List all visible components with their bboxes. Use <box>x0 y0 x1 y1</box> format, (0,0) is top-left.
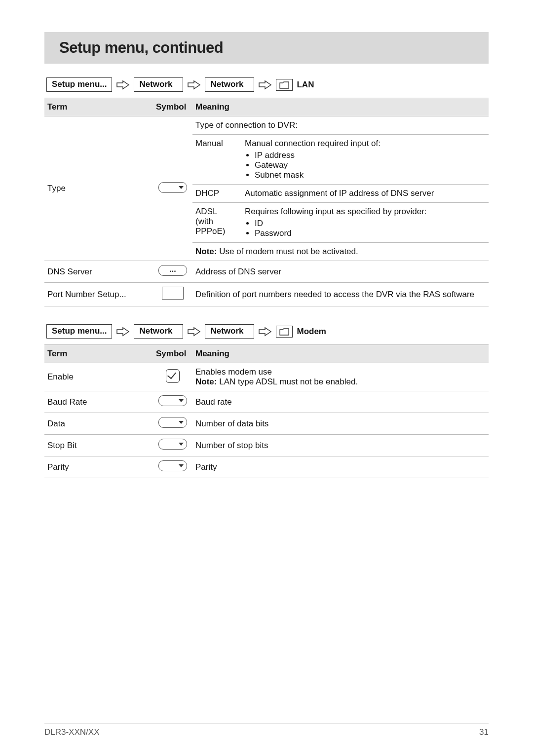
meaning-data: Number of data bits <box>192 413 489 435</box>
type-adsl-label: ADSL (with PPPoE) <box>195 207 235 236</box>
enable-line1: Enables modem use <box>195 367 486 377</box>
note-label: Note: <box>195 377 217 386</box>
arrow-right-icon <box>116 327 130 337</box>
arrow-right-icon <box>116 80 130 90</box>
list-item: Password <box>255 228 427 238</box>
dropdown-icon <box>158 439 187 450</box>
breadcrumb-leaf-label: Modem <box>297 327 326 337</box>
list-item: Subnet mask <box>255 170 381 180</box>
arrow-right-icon <box>187 80 201 90</box>
term-dns: DNS Server <box>44 261 153 283</box>
col-meaning: Meaning <box>192 98 489 116</box>
page-title: Setup menu, continued <box>59 39 479 57</box>
type-adsl-text: Requires following input as specified by… <box>245 207 427 216</box>
dropdown-icon <box>158 182 187 193</box>
symbol-dropdown <box>153 391 192 413</box>
col-term: Term <box>44 345 153 363</box>
term-data: Data <box>44 413 153 435</box>
type-dhcp-text: Automatic assignment of IP address of DN… <box>245 189 434 198</box>
arrow-right-icon <box>187 327 201 337</box>
lan-table: Term Symbol Meaning Type Type of connect… <box>44 98 489 306</box>
symbol-dropdown <box>153 413 192 435</box>
type-manual-text: Manual connection required input of: <box>245 139 381 148</box>
term-parity: Parity <box>44 456 153 478</box>
breadcrumb-step-network-tab: Network <box>205 324 254 339</box>
type-dhcp-label: DHCP <box>195 189 235 198</box>
breadcrumb-leaf-lan: LAN <box>276 79 314 91</box>
symbol-ellipsis <box>153 261 192 283</box>
meaning-stop: Number of stop bits <box>192 435 489 456</box>
term-type: Type <box>44 116 153 261</box>
note-text: Use of modem must not be activated. <box>217 247 358 256</box>
term-port: Port Number Setup... <box>44 283 153 306</box>
term-stop: Stop Bit <box>44 435 153 456</box>
term-enable: Enable <box>44 363 153 391</box>
meaning-parity: Parity <box>192 456 489 478</box>
symbol-dropdown <box>153 116 192 261</box>
arrow-right-icon <box>258 327 272 337</box>
meaning-baud: Baud rate <box>192 391 489 413</box>
dropdown-icon <box>158 417 187 428</box>
list-item: ID <box>255 219 427 228</box>
note-text: LAN type ADSL must not be enabled. <box>217 377 358 386</box>
symbol-rect <box>153 283 192 306</box>
modem-table: Term Symbol Meaning Enable Enables modem… <box>44 345 489 478</box>
type-intro: Type of connection to DVR: <box>192 116 489 135</box>
list-item: Gateway <box>255 160 381 170</box>
breadcrumb-lan: Setup menu... Network Network LAN <box>44 77 489 98</box>
col-term: Term <box>44 98 153 116</box>
type-dhcp: DHCP Automatic assignment of IP address … <box>192 185 489 203</box>
page-title-bar: Setup menu, continued <box>44 32 489 64</box>
list-item: IP address <box>255 151 381 160</box>
page-footer: DLR3-XXN/XX 31 <box>44 723 489 737</box>
breadcrumb-leaf-label: LAN <box>297 80 314 90</box>
breadcrumb-step-network: Network <box>134 77 183 92</box>
term-baud: Baud Rate <box>44 391 153 413</box>
symbol-checkbox <box>153 363 192 391</box>
symbol-dropdown <box>153 456 192 478</box>
dropdown-icon <box>158 460 187 471</box>
meaning-dns: Address of DNS server <box>192 261 489 283</box>
col-symbol: Symbol <box>153 98 192 116</box>
type-adsl: ADSL (with PPPoE) Requires following inp… <box>192 203 489 243</box>
symbol-dropdown <box>153 435 192 456</box>
col-symbol: Symbol <box>153 345 192 363</box>
type-note: Note: Use of modem must not be activated… <box>192 243 489 261</box>
breadcrumb-step-setup: Setup menu... <box>46 324 112 339</box>
breadcrumb-step-setup: Setup menu... <box>46 77 112 92</box>
ellipsis-icon <box>158 265 187 276</box>
breadcrumb-leaf-modem: Modem <box>276 326 326 338</box>
folder-icon <box>276 326 293 338</box>
footer-left: DLR3-XXN/XX <box>44 727 99 737</box>
dropdown-icon <box>158 395 187 406</box>
note-label: Note: <box>195 247 217 256</box>
type-manual: Manual Manual connection required input … <box>192 135 489 185</box>
checkbox-icon <box>166 369 180 383</box>
rect-icon <box>162 287 184 300</box>
breadcrumb-step-network-tab: Network <box>205 77 254 92</box>
breadcrumb-modem: Setup menu... Network Network Modem <box>44 324 489 345</box>
arrow-right-icon <box>258 80 272 90</box>
footer-page-number: 31 <box>479 727 489 737</box>
folder-icon <box>276 79 293 91</box>
meaning-enable: Enables modem use Note: LAN type ADSL mu… <box>192 363 489 391</box>
type-manual-label: Manual <box>195 139 235 149</box>
col-meaning: Meaning <box>192 345 489 363</box>
meaning-port: Definition of port numbers needed to acc… <box>192 283 489 306</box>
breadcrumb-step-network: Network <box>134 324 183 339</box>
